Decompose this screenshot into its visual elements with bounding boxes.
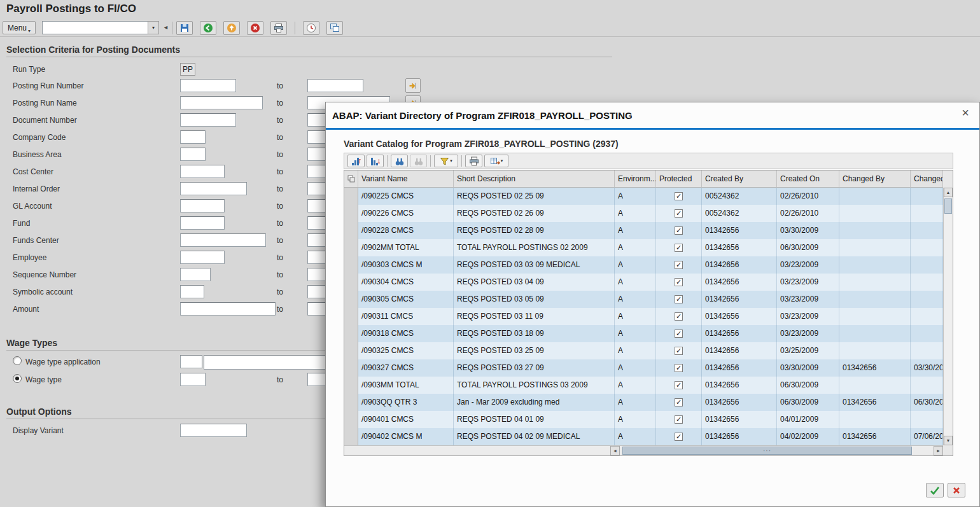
protected-checkbox[interactable]	[675, 192, 683, 200]
filter-button[interactable]: ▾	[434, 155, 458, 167]
column-header-created-by[interactable]: Created By	[702, 170, 777, 188]
column-header-short-description[interactable]: Short Description	[454, 170, 615, 188]
column-header-protected[interactable]: Protected	[656, 170, 702, 188]
cost-center-from-input[interactable]	[180, 165, 225, 178]
radio-wage-type[interactable]	[13, 374, 22, 383]
find-button[interactable]	[391, 155, 408, 167]
print-button[interactable]	[270, 21, 287, 35]
wage-type-application-input[interactable]	[180, 355, 202, 368]
variant-row[interactable]: /090402 CMCS MREQS POSTED 04 02 09 MEDIC…	[344, 428, 943, 445]
funds-center-from-input[interactable]	[180, 233, 266, 247]
row-select-cell[interactable]	[344, 222, 358, 239]
cancel-button-dialog[interactable]	[948, 483, 965, 497]
employee-from-input[interactable]	[180, 251, 225, 264]
row-select-cell[interactable]	[344, 308, 358, 325]
row-select-cell[interactable]	[344, 325, 358, 342]
row-select-cell[interactable]	[344, 239, 358, 256]
confirm-button[interactable]	[926, 483, 944, 497]
scroll-up-button[interactable]: ▲	[944, 188, 953, 197]
protected-checkbox[interactable]	[675, 398, 683, 406]
document-number-from-input[interactable]	[180, 113, 236, 127]
variant-row[interactable]: /090401 CMCSREQS POSTED 04 01 09A0134265…	[344, 411, 943, 428]
variant-row[interactable]: /090228 CMCSREQS POSTED 02 28 09A0134265…	[344, 222, 943, 239]
protected-checkbox[interactable]	[675, 278, 683, 286]
protected-checkbox[interactable]	[675, 381, 683, 389]
row-select-cell[interactable]	[344, 411, 358, 428]
column-header-variant-name[interactable]: Variant Name	[358, 170, 454, 188]
variant-row[interactable]: /090225 CMCSREQS POSTED 02 25 09A0052436…	[344, 188, 943, 205]
row-select-cell[interactable]	[344, 394, 358, 411]
wage-type-from-input[interactable]	[180, 373, 206, 386]
protected-checkbox[interactable]	[675, 261, 683, 269]
gl-account-from-input[interactable]	[180, 199, 225, 212]
business-area-from-input[interactable]	[180, 148, 206, 161]
column-header-changed-by[interactable]: Changed By	[839, 170, 911, 188]
protected-checkbox[interactable]	[675, 364, 683, 372]
posting-run-name-from-input[interactable]	[180, 96, 263, 109]
variant-row[interactable]: /090304 CMCSREQS POSTED 03 04 09A0134265…	[344, 274, 943, 291]
internal-order-from-input[interactable]	[180, 182, 247, 195]
sequence-number-from-input[interactable]	[180, 268, 211, 281]
protected-checkbox[interactable]	[675, 330, 683, 338]
variant-row[interactable]: /090318 CMCSREQS POSTED 03 18 09A0134265…	[344, 325, 943, 342]
column-header-environm[interactable]: Environm...	[615, 170, 656, 188]
row-select-cell[interactable]	[344, 359, 358, 377]
execute-button[interactable]	[303, 21, 319, 35]
company-code-from-input[interactable]	[180, 130, 206, 144]
fund-from-input[interactable]	[180, 216, 225, 230]
command-dropdown-button[interactable]: ▾	[148, 21, 159, 34]
save-button[interactable]	[176, 21, 193, 35]
radio-wage-type-application[interactable]	[13, 356, 22, 365]
new-session-button[interactable]	[326, 21, 343, 35]
row-select-cell[interactable]	[344, 205, 358, 222]
multiple-selection-button[interactable]	[405, 78, 421, 93]
posting-run-number-to-input[interactable]	[307, 79, 363, 92]
print-button-dialog[interactable]	[465, 155, 482, 167]
scroll-left-button[interactable]: ◄	[610, 446, 620, 455]
row-select-cell[interactable]	[344, 188, 358, 205]
variant-row[interactable]: /0903QQ QTR 3Jan - Mar 2009 excluding me…	[344, 394, 943, 411]
vertical-scrollbar-thumb[interactable]	[944, 198, 952, 214]
export-button[interactable]: ▾	[484, 155, 508, 167]
variant-row[interactable]: /090303 CMCS MREQS POSTED 03 03 09 MEDIC…	[344, 256, 943, 274]
horizontal-scrollbar[interactable]: ◄ ··· ►	[344, 445, 943, 455]
scroll-right-button[interactable]: ►	[934, 446, 943, 455]
sort-ascending-button[interactable]	[347, 155, 365, 167]
sort-descending-button[interactable]	[367, 155, 384, 167]
find-next-button[interactable]	[410, 155, 427, 167]
close-button[interactable]: ×	[962, 106, 969, 119]
row-select-cell[interactable]	[344, 377, 358, 394]
protected-checkbox[interactable]	[675, 415, 683, 424]
back-button[interactable]	[200, 21, 216, 35]
variant-row[interactable]: /0903MM TOTALTOTAL PAYROLL POSTINGS 03 2…	[344, 377, 943, 394]
row-select-cell[interactable]	[344, 256, 358, 274]
posting-run-number-from-input[interactable]	[180, 79, 236, 92]
amount-from-input[interactable]	[180, 302, 276, 316]
variant-row[interactable]: /0902MM TOTALTOTAL PAYROLL POSTINGS 02 2…	[344, 239, 943, 256]
row-select-cell[interactable]	[344, 291, 358, 308]
horizontal-scrollbar-thumb[interactable]: ···	[622, 447, 912, 455]
symbolic-account-from-input[interactable]	[180, 285, 204, 298]
protected-checkbox[interactable]	[675, 295, 683, 303]
collapse-toolbar-icon[interactable]: ◄	[163, 24, 169, 31]
cancel-button[interactable]	[247, 21, 263, 35]
protected-checkbox[interactable]	[675, 209, 683, 218]
variant-row[interactable]: /090226 CMCSREQS POSTED 02 26 09A0052436…	[344, 205, 943, 222]
protected-checkbox[interactable]	[675, 312, 683, 321]
variant-row[interactable]: /090311 CMCSREQS POSTED 03 11 09A0134265…	[344, 308, 943, 325]
row-select-cell[interactable]	[344, 342, 358, 359]
select-all-header[interactable]	[344, 170, 358, 188]
command-input[interactable]	[42, 21, 148, 34]
variant-row[interactable]: /090327 CMCSREQS POSTED 03 27 09A0134265…	[344, 359, 943, 377]
protected-checkbox[interactable]	[675, 244, 683, 252]
vertical-scrollbar[interactable]: ▲ ▼	[943, 188, 953, 445]
protected-checkbox[interactable]	[675, 226, 683, 235]
exit-button[interactable]	[223, 21, 240, 35]
protected-checkbox[interactable]	[675, 347, 683, 355]
menu-button[interactable]: Menu▾	[3, 21, 36, 34]
display-variant-input[interactable]	[180, 424, 247, 437]
scroll-down-button[interactable]: ▼	[944, 436, 953, 445]
row-select-cell[interactable]	[344, 428, 358, 445]
column-header-changed[interactable]: Changed (	[911, 170, 943, 188]
protected-checkbox[interactable]	[675, 433, 683, 441]
